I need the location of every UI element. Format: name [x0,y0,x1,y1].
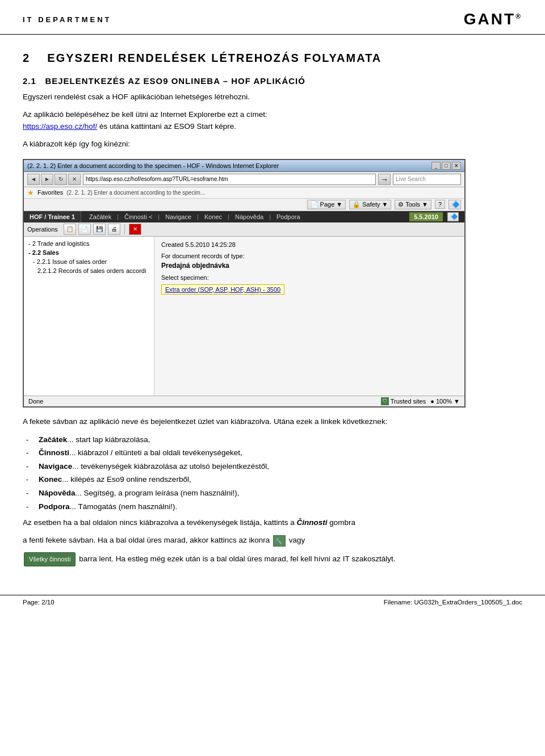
intro-para1: Egyszeri rendelést csak a HOF aplikációb… [23,91,522,103]
ie-zoom[interactable]: ● 100% ▼ [430,398,460,405]
toolbar-close-btn[interactable]: ✕ [129,224,141,235]
app-form-label: For document records of type: [161,253,458,259]
minimize-button[interactable]: _ [431,162,441,170]
toolbar-btn-3[interactable]: 💾 [93,224,106,235]
eso9-link[interactable]: https://asp.eso.cz/hof/ [23,122,97,131]
toolbar-btn-4[interactable]: 🖨 [108,224,120,235]
sidebar-item-trade[interactable]: - 2 Trade and logistics [24,239,154,248]
para-cinnosti: Az esetben ha a bal oldalon nincs kiábra… [23,517,522,529]
favorites-icon: ★ [27,188,34,197]
nav-navigace[interactable]: Navigace [162,211,195,222]
app-body: - 2 Trade and logistics - 2.2 Sales - 2.… [24,237,464,396]
para-icon: a fenti fekete sávban. Ha a bal oldal ür… [23,535,522,547]
para-button: Všetky činnosti barra lent. Ha estleg mé… [23,552,522,566]
toolbar-btn-2[interactable]: 📄 [78,224,91,235]
sidebar-item-issue[interactable]: - 2.2.1 Issue of sales order [24,257,154,266]
go-button[interactable]: → [378,174,391,185]
ie-screenshot: (2. 2. 1. 2) Enter a document according … [23,159,466,408]
main-content: 2 EGYSZERI RENDELÉSEK LÉTREHOZÁS FOLYAMA… [0,35,545,583]
bullet-zachatek: - Začátek... start lap kiábrazolása, [23,434,522,446]
close-button[interactable]: ✕ [452,162,461,170]
page-footer: Page: 2/10 Filename: UG032h_ExtraOrders_… [0,595,545,609]
bullet-podpora: - Podpora... Támogatás (nem használni!). [23,501,522,513]
app-form-value: Predajná objednávka [161,262,458,270]
ie-icon-button[interactable]: 🔷 [448,200,461,209]
safety-menu-button[interactable]: 🔒 Safety ▼ [349,200,391,209]
nav-konec[interactable]: Konec [201,211,225,222]
ie-address-bar: ◄ ► ↻ ✕ https://asp.eso.cz/hof/esoform.a… [24,172,464,187]
sidebar-item-sales[interactable]: - 2.2 Sales [24,248,154,257]
section-heading: 2 EGYSZERI RENDELÉSEK LÉTREHOZÁS FOLYAMA… [23,52,522,65]
tools-menu-button[interactable]: ⚙ Tools ▼ [395,200,431,209]
bullet-navigace: - Navigace... tevékenységek kiábrazolása… [23,460,522,473]
app-frame: HOF / Trainee 1 Začátek | Činnosti < | N… [24,211,464,396]
ie-toolbar2: 📄 Page ▼ 🔒 Safety ▼ ⚙ Tools ▼ ? 🔷 [24,199,464,211]
bullet-cinnosti: - Činnosti... kiábrazol / eltünteti a ba… [23,447,522,459]
intro-para3: A kiábrazolt kép így fog kinézni: [23,138,522,150]
nav-napoveda[interactable]: Nápověda [232,211,267,222]
ie-nav-buttons: ◄ ► ↻ ✕ [27,174,81,185]
sidebar-item-records[interactable]: 2.2.1.2 Records of sales orders accordi [24,266,154,275]
ie-title-bar: (2. 2. 1. 2) Enter a document according … [24,160,464,172]
nav-podpora[interactable]: Podpora [273,211,304,222]
app-nav-right: 5.5.2010 🔷 [404,212,464,221]
app-specimen-link[interactable]: Extra order (SOP, ASP, HOF, ASH) - 3500 [161,284,284,295]
nav-cinnosti[interactable]: Činnosti < [121,211,156,222]
after-screenshot-intro: A fekete sávban az aplikáció neve és bej… [23,416,522,428]
app-created-text: Created 5.5.2010 14:25:28 [161,241,458,248]
app-nav-links: Začátek | Činnosti < | Navigace | Konec … [81,211,404,222]
footer-page: Page: 2/10 [23,599,54,606]
nav-zachatek[interactable]: Začátek [86,211,115,222]
vsetky-cinnosti-button[interactable]: Všetky činnosti [24,552,76,566]
toolbar-separator [124,224,125,234]
bullet-list: - Začátek... start lap kiábrazolása, - Č… [23,434,522,513]
ie-title-text: (2. 2. 1. 2) Enter a document according … [27,162,279,169]
help-button[interactable]: ? [435,200,445,209]
page-menu-button[interactable]: 📄 Page ▼ [307,200,346,209]
app-main: Created 5.5.2010 14:25:28 For document r… [154,237,464,396]
footer-filename: Filename: UG032h_ExtraOrders_100505_1.do… [384,599,522,606]
page-header: IT DEPARTMENT GANT® [0,0,545,35]
refresh-button[interactable]: ↻ [54,174,67,185]
stop-button[interactable]: ✕ [68,174,81,185]
tool-icon [273,535,286,547]
address-field[interactable]: https://asp.eso.cz/hof/esoform.asp?TURL=… [83,174,376,185]
app-date-badge: 5.5.2010 [409,212,443,221]
subsection-heading: 2.1 BEJELENTKEZÉS AZ ESO9 ONLINEBA – HOF… [23,76,522,86]
app-sidebar: - 2 Trade and logistics - 2.2 Sales - 2.… [24,237,154,396]
favorites-label: Favorites [37,189,63,196]
ie-window-controls[interactable]: _ □ ✕ [431,162,461,170]
maximize-button[interactable]: □ [442,162,451,170]
bullet-konec: - Konec... kilépés az Eso9 online rendsz… [23,473,522,486]
ie-favorites-bar: ★ Favorites (2. 2. 1. 2) Enter a documen… [24,187,464,199]
app-toolbar: Operations 📋 📄 💾 🖨 ✕ [24,222,464,237]
header-company: IT DEPARTMENT [23,15,111,24]
search-field[interactable]: Live Search [393,174,461,185]
app-nav-bar: HOF / Trainee 1 Začátek | Činnosti < | N… [24,211,464,222]
ie-status-right: 🛡 Trusted sites ● 100% ▼ [381,397,460,405]
shield-icon: 🛡 [381,397,389,405]
app-logo: HOF / Trainee 1 [24,211,81,222]
app-toolbar-label: Operations [27,226,61,233]
toolbar-btn-1[interactable]: 📋 [64,224,76,235]
bullet-napoveda: - Nápověda... Segítség, a program leírás… [23,487,522,499]
app-nav-icon[interactable]: 🔷 [447,212,459,221]
favorites-item[interactable]: (2. 2. 1. 2) Enter a document according … [66,190,205,196]
back-button[interactable]: ◄ [27,174,40,185]
forward-button[interactable]: ► [41,174,53,185]
ie-status-text: Done [28,398,43,405]
ie-status-bar: Done 🛡 Trusted sites ● 100% ▼ [24,396,464,406]
intro-para2: Az aplikáció belépéséhez be kell ütni az… [23,109,522,133]
app-select-label: Select specimen: [161,274,458,281]
ie-trusted-badge: 🛡 Trusted sites [381,397,426,405]
header-logo: GANT® [464,10,522,28]
